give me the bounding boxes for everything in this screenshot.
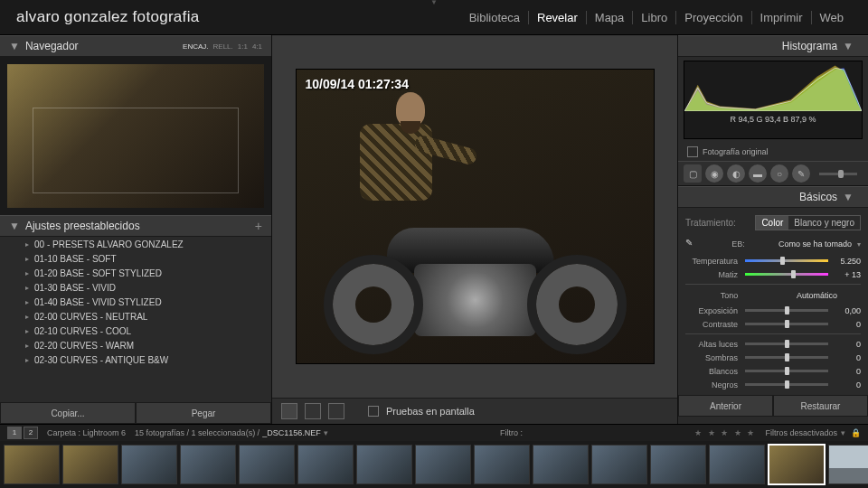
histogram-header[interactable]: Histograma ▼ [678,35,868,57]
highlights-slider[interactable] [745,343,828,345]
add-preset-icon[interactable]: + [255,219,262,233]
module-web[interactable]: Web [812,11,853,24]
rating-filter[interactable]: ★ ★ ★ ★ ★ [694,428,756,437]
thumbnail[interactable] [474,445,530,484]
folder-path: Carpeta : Lightroom 6 [47,428,126,437]
tint-slider[interactable] [745,273,828,276]
thumbnail[interactable] [297,445,354,484]
thumbnail[interactable] [828,445,868,484]
navigator-title: Navegador [25,40,79,52]
thumbnail[interactable] [415,445,471,484]
treatment-bw[interactable]: Blanco y negro [788,216,860,230]
paste-button[interactable]: Pegar [136,402,271,424]
filmstrip[interactable] [0,441,868,488]
left-panel: ▼ Navegador ENCAJ. RELL. 1:1 4:1 ▼ Ajust… [0,35,272,424]
chevron-down-icon: ▼ [9,40,20,52]
basics-title: Básicos [799,191,837,203]
display-1[interactable]: 1 [7,427,22,439]
topbar: alvaro gonzalez fotografia Biblioteca Re… [0,0,868,35]
thumbnail[interactable] [533,445,589,484]
preset-folder[interactable]: 02-00 CURVES - NEUTRAL [0,309,271,324]
display-2[interactable]: 2 [24,427,38,439]
temperature-slider[interactable] [745,259,828,262]
eyedropper-icon[interactable]: ✎ [685,238,698,250]
navigator-preview[interactable] [0,57,271,215]
filters-off[interactable]: Filtros desactivados [765,428,837,437]
before-after-icon[interactable] [305,403,321,419]
chevron-down-icon: ▼ [843,40,854,52]
preset-folder[interactable]: 01-30 BASE - VIVID [0,280,271,295]
center-panel: 10/09/14 01:27:34 Pruebas en pantalla [272,35,677,424]
basics-header[interactable]: Básicos ▼ [678,186,868,208]
right-panel: Histograma ▼ R 94,5 G 93,4 B 87,9 % Foto… [677,35,868,424]
lock-icon[interactable]: 🔒 [851,428,861,437]
thumbnail[interactable] [62,445,118,484]
navigator-zoom-opts: ENCAJ. RELL. 1:1 4:1 [183,42,262,51]
nav-fit[interactable]: ENCAJ. [183,42,208,51]
navigator-header[interactable]: ▼ Navegador ENCAJ. RELL. 1:1 4:1 [0,35,271,57]
whites-slider[interactable] [745,370,828,372]
preset-folder[interactable]: 01-10 BASE - SOFT [0,251,271,266]
module-mapa[interactable]: Mapa [587,11,634,24]
secondary-display: 1 2 [7,427,38,439]
module-picker: Biblioteca Revelar Mapa Libro Proyección… [461,11,852,24]
original-checkbox[interactable] [687,146,698,157]
wb-label: EB: [731,239,745,249]
wb-select[interactable]: Como se ha tomado [778,239,852,249]
module-libro[interactable]: Libro [633,11,676,24]
module-imprimir[interactable]: Imprimir [752,11,812,24]
loupe-view-icon[interactable] [281,403,297,419]
dropdown-icon[interactable]: ▾ [324,428,328,437]
compare-icon[interactable] [328,403,344,419]
contrast-slider[interactable] [745,323,828,325]
nav-4to1[interactable]: 4:1 [252,42,262,51]
basics-panel: Tratamiento: Color Blanco y negro ✎ EB: … [678,208,868,395]
thumbnail[interactable] [121,445,177,484]
thumbnail[interactable] [356,445,412,484]
softproof-checkbox[interactable] [368,406,379,417]
preset-folder[interactable]: 02-30 CURVES - ANTIQUE B&W [0,352,271,367]
grad-filter-icon[interactable]: ▬ [749,164,767,183]
treatment-toggle: Color Blanco y negro [755,215,861,230]
brush-tool-icon[interactable]: ✎ [792,164,810,183]
original-photo-row[interactable]: Fotografía original [678,143,868,161]
thumbnail[interactable] [239,445,295,484]
dropdown-icon[interactable]: ▾ [841,428,845,437]
thumbnail[interactable] [591,445,647,484]
presets-header[interactable]: ▼ Ajustes preestablecidos + [0,215,271,237]
chevron-down-icon: ▼ [843,191,854,203]
module-revelar[interactable]: Revelar [529,11,587,24]
photo-canvas[interactable]: 10/09/14 01:27:34 [296,69,655,364]
histogram[interactable]: R 94,5 G 93,4 B 87,9 % [684,61,863,139]
auto-button[interactable]: Automático [773,291,861,300]
reset-button[interactable]: Restaurar [773,395,868,417]
preset-folder[interactable]: 01-40 BASE - VIVID STYLIZED [0,295,271,309]
crop-tool-icon[interactable]: ▢ [684,164,702,183]
module-proyeccion[interactable]: Proyección [676,11,751,24]
thumbnail[interactable] [709,445,765,484]
dropdown-icon[interactable]: ▾ [857,240,861,249]
thumbnail[interactable] [650,445,706,484]
spot-tool-icon[interactable]: ◉ [705,164,723,183]
shadows-slider[interactable] [745,356,828,359]
blacks-slider[interactable] [745,383,828,386]
toolbar: Pruebas en pantalla [272,398,677,424]
preset-folder[interactable]: 02-10 CURVES - COOL [0,324,271,338]
module-biblioteca[interactable]: Biblioteca [461,11,529,24]
main-view[interactable]: 10/09/14 01:27:34 [272,35,677,398]
preset-folder[interactable]: 00 - PRESETS ALVARO GONZALEZ [0,237,271,251]
nav-1to1[interactable]: 1:1 [238,42,248,51]
nav-fill[interactable]: RELL. [213,42,233,51]
previous-button[interactable]: Anterior [678,395,773,417]
treatment-color[interactable]: Color [756,216,788,230]
thumbnail[interactable] [180,445,236,484]
mask-slider[interactable] [819,173,857,175]
thumbnail-selected[interactable] [768,444,826,485]
thumbnail[interactable] [4,445,60,484]
exposure-slider[interactable] [745,309,828,312]
preset-folder[interactable]: 02-20 CURVES - WARM [0,338,271,352]
preset-folder[interactable]: 01-20 BASE - SOFT STYLIZED [0,266,271,280]
redeye-tool-icon[interactable]: ◐ [727,164,745,183]
radial-filter-icon[interactable]: ○ [770,164,788,183]
copy-button[interactable]: Copiar... [0,402,136,424]
